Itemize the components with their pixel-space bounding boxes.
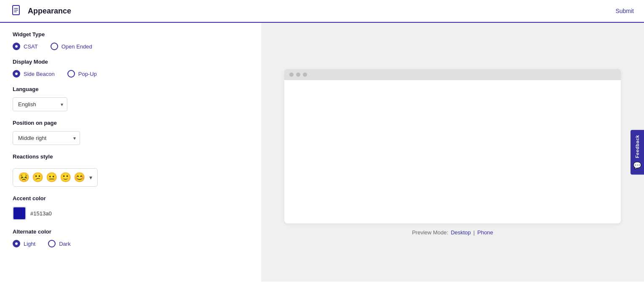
widget-type-csat-radio[interactable] bbox=[13, 43, 20, 50]
browser-dot-3 bbox=[303, 73, 307, 77]
language-label: Language bbox=[13, 86, 249, 92]
accent-color-section: Accent color #1513a0 bbox=[13, 195, 249, 220]
language-dropdown-container: English French Spanish German bbox=[13, 97, 249, 111]
header-left: Appearance bbox=[10, 4, 71, 18]
browser-dot-1 bbox=[289, 73, 294, 77]
preview-desktop-link[interactable]: Desktop bbox=[451, 229, 471, 236]
app-header: Appearance Submit bbox=[0, 0, 644, 23]
display-mode-label: Display Mode bbox=[13, 59, 249, 65]
right-panel: Preview Mode: Desktop | Phone Feedback 💬 bbox=[261, 23, 644, 282]
position-label: Position on page bbox=[13, 120, 249, 126]
browser-dot-2 bbox=[296, 73, 300, 77]
feedback-label: Feedback bbox=[635, 135, 640, 158]
language-section: Language English French Spanish German bbox=[13, 86, 249, 111]
alternate-color-label: Alternate color bbox=[13, 228, 249, 235]
left-panel: Widget Type CSAT Open Ended Display Mode… bbox=[0, 23, 261, 282]
alternate-color-light-option[interactable]: Light bbox=[13, 240, 35, 247]
accent-color-row: #1513a0 bbox=[13, 207, 249, 220]
language-select[interactable]: English French Spanish German bbox=[13, 97, 67, 111]
browser-mockup bbox=[284, 69, 621, 223]
widget-type-radio-group: CSAT Open Ended bbox=[13, 43, 249, 50]
accent-color-hex: #1513a0 bbox=[30, 210, 52, 217]
alternate-color-section: Alternate color Light Dark bbox=[13, 228, 249, 247]
accent-color-swatch[interactable] bbox=[13, 207, 26, 220]
position-dropdown-wrapper: Middle right Middle left Bottom right Bo… bbox=[13, 131, 80, 145]
reactions-style-label: Reactions style bbox=[13, 153, 249, 160]
preview-phone-link[interactable]: Phone bbox=[477, 229, 493, 236]
alternate-color-light-label: Light bbox=[24, 241, 35, 247]
widget-type-open-ended-label: Open Ended bbox=[61, 43, 92, 50]
alternate-color-light-radio[interactable] bbox=[13, 240, 20, 247]
emoji-5[interactable]: 😊 bbox=[74, 172, 85, 183]
widget-type-open-ended-radio[interactable] bbox=[51, 43, 58, 50]
reactions-style-section: Reactions style 😣 😕 😐 🙂 😊 ▾ bbox=[13, 153, 249, 187]
display-mode-popup-label: Pop-Up bbox=[78, 71, 97, 77]
widget-type-open-ended-option[interactable]: Open Ended bbox=[51, 43, 92, 50]
preview-mode-label: Preview Mode: bbox=[412, 229, 448, 236]
position-select[interactable]: Middle right Middle left Bottom right Bo… bbox=[13, 131, 80, 145]
display-mode-popup-option[interactable]: Pop-Up bbox=[67, 70, 97, 78]
preview-mode-separator: | bbox=[473, 229, 475, 236]
main-layout: Widget Type CSAT Open Ended Display Mode… bbox=[0, 23, 644, 282]
position-section: Position on page Middle right Middle lef… bbox=[13, 120, 249, 145]
alternate-color-radio-group: Light Dark bbox=[13, 240, 249, 247]
language-dropdown-wrapper: English French Spanish German bbox=[13, 97, 67, 111]
widget-type-label: Widget Type bbox=[13, 31, 249, 38]
page-title: Appearance bbox=[28, 7, 71, 16]
document-icon bbox=[10, 4, 24, 18]
display-mode-side-beacon-radio[interactable] bbox=[13, 70, 20, 78]
alternate-color-dark-option[interactable]: Dark bbox=[48, 240, 70, 247]
display-mode-popup-radio[interactable] bbox=[67, 70, 75, 78]
display-mode-side-beacon-option[interactable]: Side Beacon bbox=[13, 70, 55, 78]
position-dropdown-container: Middle right Middle left Bottom right Bo… bbox=[13, 131, 249, 145]
display-mode-side-beacon-label: Side Beacon bbox=[24, 71, 55, 77]
submit-button[interactable]: Submit bbox=[615, 8, 634, 14]
emoji-2[interactable]: 😕 bbox=[32, 172, 43, 183]
emoji-3[interactable]: 😐 bbox=[46, 172, 57, 183]
reactions-container: 😣 😕 😐 🙂 😊 ▾ bbox=[13, 168, 98, 187]
emoji-4[interactable]: 🙂 bbox=[60, 172, 71, 183]
preview-mode-bar: Preview Mode: Desktop | Phone bbox=[412, 229, 493, 236]
browser-content bbox=[284, 80, 621, 223]
alternate-color-dark-label: Dark bbox=[59, 241, 70, 247]
accent-color-label: Accent color bbox=[13, 195, 249, 201]
feedback-chat-icon: 💬 bbox=[633, 161, 641, 169]
widget-type-section: Widget Type CSAT Open Ended bbox=[13, 31, 249, 50]
widget-type-csat-option[interactable]: CSAT bbox=[13, 43, 38, 50]
feedback-widget[interactable]: Feedback 💬 bbox=[631, 130, 644, 175]
alternate-color-dark-radio[interactable] bbox=[48, 240, 56, 247]
browser-bar bbox=[284, 69, 621, 80]
display-mode-radio-group: Side Beacon Pop-Up bbox=[13, 70, 249, 78]
reactions-chevron-icon[interactable]: ▾ bbox=[89, 174, 92, 181]
emoji-1[interactable]: 😣 bbox=[18, 172, 29, 183]
display-mode-section: Display Mode Side Beacon Pop-Up bbox=[13, 59, 249, 78]
widget-type-csat-label: CSAT bbox=[24, 43, 38, 50]
